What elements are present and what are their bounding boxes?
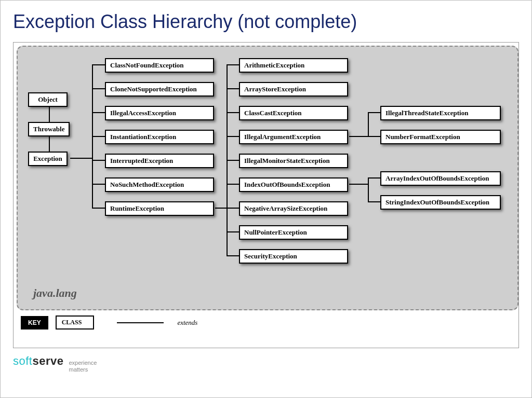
line: [368, 177, 380, 179]
class-box: IllegalArgumentException: [239, 130, 348, 144]
line: [227, 208, 239, 209]
class-box: IllegalThreadStateException: [380, 106, 501, 120]
logo-second: serve: [32, 354, 63, 367]
line: [349, 184, 368, 185]
class-box: ClassCastException: [239, 106, 348, 120]
logo-tagline: experience matters: [69, 360, 97, 373]
slide-title: Exception Class Hierarchy (not complete): [13, 11, 519, 33]
line: [227, 136, 239, 137]
class-box: NoSuchMethodException: [105, 177, 214, 192]
class-box: ArithmeticException: [239, 58, 348, 73]
line: [227, 112, 239, 113]
class-box: NullPointerException: [239, 225, 348, 240]
class-box: RuntimeException: [105, 201, 214, 216]
class-box: ArrayStoreException: [239, 82, 348, 97]
class-box: IllegalAccessException: [105, 106, 214, 120]
class-exception: Exception: [28, 152, 68, 166]
line: [227, 88, 239, 89]
footer-logo: softserve experience matters: [13, 355, 519, 373]
line: [92, 208, 105, 209]
line: [227, 64, 239, 65]
diagram-panel: Object Throwable Exception ClassNotFound…: [17, 46, 518, 310]
class-box: InstantiationException: [105, 130, 214, 144]
class-box: CloneNotSupportedException: [105, 82, 214, 97]
class-box: NumberFormatException: [380, 130, 501, 144]
class-box: InterruptedException: [105, 154, 214, 168]
package-label: java.lang: [33, 286, 77, 300]
key-extends-label: extends: [177, 319, 197, 327]
line: [92, 136, 105, 137]
line: [92, 88, 105, 89]
line: [70, 158, 92, 159]
slide: Exception Class Hierarchy (not complete)…: [0, 0, 532, 398]
line: [92, 184, 105, 185]
line: [368, 136, 380, 137]
line: [92, 64, 105, 65]
line: [368, 112, 380, 113]
key-class-box: CLASS: [56, 315, 95, 330]
class-box: ArrayIndexOutOfBoundsException: [380, 171, 501, 186]
line: [215, 208, 227, 209]
class-object: Object: [28, 92, 68, 107]
line: [49, 106, 50, 122]
class-box: StringIndexOutOfBoundsException: [380, 195, 501, 210]
key-extends-line: [117, 322, 164, 323]
line: [227, 231, 239, 232]
class-box: SecurityException: [239, 249, 348, 264]
class-box: ClassNotFoundException: [105, 58, 214, 73]
line: [49, 136, 50, 152]
class-box: IndexOutOfBoundsException: [239, 177, 348, 192]
line: [227, 184, 239, 185]
diagram-key: KEY CLASS extends: [17, 315, 515, 330]
line: [227, 255, 239, 256]
line: [92, 112, 105, 113]
line: [349, 136, 368, 137]
line: [92, 160, 105, 161]
class-throwable: Throwable: [28, 122, 70, 136]
class-box: NegativeArraySizeException: [239, 201, 348, 216]
diagram-frame: Object Throwable Exception ClassNotFound…: [13, 42, 519, 348]
line: [368, 177, 369, 202]
line: [227, 160, 239, 161]
tagline-line: matters: [69, 366, 97, 373]
line: [368, 112, 369, 137]
key-badge: KEY: [21, 316, 48, 330]
logo-first: soft: [13, 354, 32, 367]
tagline-line: experience: [69, 360, 97, 366]
class-box: IllegalMonitorStateException: [239, 154, 348, 168]
line: [368, 201, 380, 202]
